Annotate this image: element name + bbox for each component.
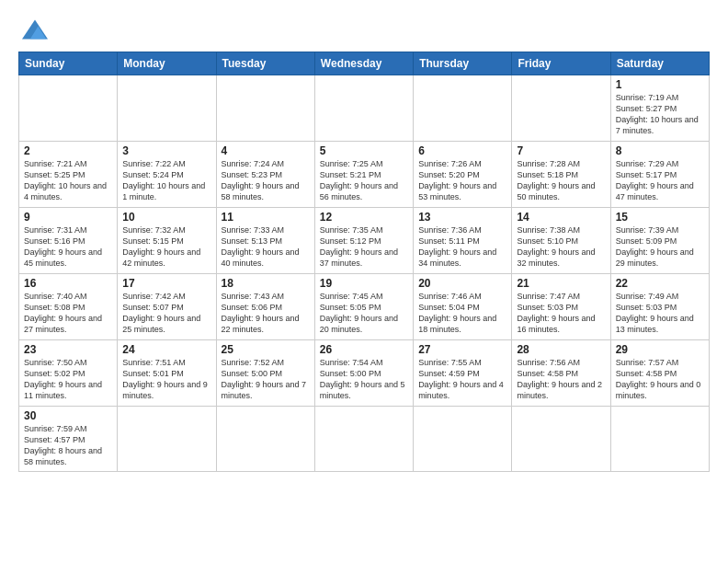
day-info: Sunrise: 7:57 AM Sunset: 4:58 PM Dayligh… — [616, 357, 704, 402]
day-info: Sunrise: 7:50 AM Sunset: 5:02 PM Dayligh… — [24, 357, 112, 402]
day-info: Sunrise: 7:55 AM Sunset: 4:59 PM Dayligh… — [418, 357, 506, 402]
calendar: SundayMondayTuesdayWednesdayThursdayFrid… — [18, 52, 710, 472]
calendar-cell: 8Sunrise: 7:29 AM Sunset: 5:17 PM Daylig… — [610, 142, 709, 208]
calendar-cell: 24Sunrise: 7:51 AM Sunset: 5:01 PM Dayli… — [118, 340, 216, 407]
calendar-cell: 26Sunrise: 7:54 AM Sunset: 5:00 PM Dayli… — [314, 340, 413, 407]
day-number: 27 — [418, 343, 506, 356]
calendar-cell — [610, 407, 709, 472]
calendar-cell: 19Sunrise: 7:45 AM Sunset: 5:05 PM Dayli… — [314, 274, 413, 340]
day-number: 30 — [24, 409, 112, 422]
weekday-header-friday: Friday — [512, 52, 610, 75]
week-row-3: 9Sunrise: 7:31 AM Sunset: 5:16 PM Daylig… — [19, 208, 710, 274]
day-info: Sunrise: 7:35 AM Sunset: 5:12 PM Dayligh… — [320, 224, 408, 270]
day-number: 3 — [122, 144, 210, 157]
week-row-2: 2Sunrise: 7:21 AM Sunset: 5:25 PM Daylig… — [19, 142, 710, 208]
day-number: 25 — [222, 343, 310, 356]
day-info: Sunrise: 7:38 AM Sunset: 5:10 PM Dayligh… — [517, 224, 605, 270]
day-info: Sunrise: 7:31 AM Sunset: 5:16 PM Dayligh… — [24, 224, 112, 270]
day-number: 17 — [122, 277, 210, 290]
day-info: Sunrise: 7:46 AM Sunset: 5:04 PM Dayligh… — [418, 291, 506, 336]
day-number: 8 — [616, 144, 704, 157]
day-info: Sunrise: 7:21 AM Sunset: 5:25 PM Dayligh… — [24, 158, 112, 203]
day-number: 10 — [122, 211, 210, 224]
day-number: 23 — [24, 343, 112, 356]
weekday-header-monday: Monday — [118, 52, 216, 75]
calendar-cell: 23Sunrise: 7:50 AM Sunset: 5:02 PM Dayli… — [19, 340, 118, 407]
calendar-cell — [512, 75, 610, 142]
header — [18, 17, 710, 42]
calendar-cell: 20Sunrise: 7:46 AM Sunset: 5:04 PM Dayli… — [414, 274, 512, 340]
calendar-cell: 10Sunrise: 7:32 AM Sunset: 5:15 PM Dayli… — [118, 208, 216, 274]
day-number: 20 — [418, 277, 506, 290]
calendar-cell — [414, 407, 512, 472]
calendar-cell: 4Sunrise: 7:24 AM Sunset: 5:23 PM Daylig… — [216, 142, 314, 208]
calendar-cell — [314, 75, 413, 142]
calendar-cell: 1Sunrise: 7:19 AM Sunset: 5:27 PM Daylig… — [610, 75, 709, 142]
calendar-cell — [118, 75, 216, 142]
day-number: 15 — [616, 211, 704, 224]
logo-icon — [18, 17, 51, 42]
day-info: Sunrise: 7:32 AM Sunset: 5:15 PM Dayligh… — [122, 224, 210, 270]
calendar-cell: 12Sunrise: 7:35 AM Sunset: 5:12 PM Dayli… — [314, 208, 413, 274]
day-number: 24 — [122, 343, 210, 356]
day-info: Sunrise: 7:43 AM Sunset: 5:06 PM Dayligh… — [222, 291, 310, 336]
calendar-cell — [216, 407, 314, 472]
day-info: Sunrise: 7:26 AM Sunset: 5:20 PM Dayligh… — [418, 158, 506, 203]
day-number: 2 — [24, 144, 112, 157]
calendar-cell — [216, 75, 314, 142]
day-info: Sunrise: 7:49 AM Sunset: 5:03 PM Dayligh… — [616, 291, 704, 336]
calendar-cell: 15Sunrise: 7:39 AM Sunset: 5:09 PM Dayli… — [610, 208, 709, 274]
calendar-cell — [118, 407, 216, 472]
calendar-cell: 29Sunrise: 7:57 AM Sunset: 4:58 PM Dayli… — [610, 340, 709, 407]
day-number: 16 — [24, 277, 112, 290]
day-info: Sunrise: 7:56 AM Sunset: 4:58 PM Dayligh… — [517, 357, 605, 402]
day-info: Sunrise: 7:22 AM Sunset: 5:24 PM Dayligh… — [122, 158, 210, 203]
day-number: 28 — [517, 343, 605, 356]
day-info: Sunrise: 7:52 AM Sunset: 5:00 PM Dayligh… — [222, 357, 310, 402]
calendar-cell: 25Sunrise: 7:52 AM Sunset: 5:00 PM Dayli… — [216, 340, 314, 407]
day-number: 18 — [222, 277, 310, 290]
day-number: 29 — [616, 343, 704, 356]
calendar-cell — [512, 407, 610, 472]
week-row-4: 16Sunrise: 7:40 AM Sunset: 5:08 PM Dayli… — [19, 274, 710, 340]
day-number: 7 — [517, 144, 605, 157]
calendar-cell: 13Sunrise: 7:36 AM Sunset: 5:11 PM Dayli… — [414, 208, 512, 274]
day-info: Sunrise: 7:24 AM Sunset: 5:23 PM Dayligh… — [222, 158, 310, 203]
logo — [18, 17, 55, 42]
day-number: 14 — [517, 211, 605, 224]
day-info: Sunrise: 7:54 AM Sunset: 5:00 PM Dayligh… — [320, 357, 408, 402]
calendar-cell: 6Sunrise: 7:26 AM Sunset: 5:20 PM Daylig… — [414, 142, 512, 208]
weekday-header-wednesday: Wednesday — [314, 52, 413, 75]
calendar-cell: 3Sunrise: 7:22 AM Sunset: 5:24 PM Daylig… — [118, 142, 216, 208]
weekday-header-sunday: Sunday — [19, 52, 118, 75]
day-number: 9 — [24, 211, 112, 224]
day-number: 13 — [418, 211, 506, 224]
day-info: Sunrise: 7:19 AM Sunset: 5:27 PM Dayligh… — [616, 92, 704, 137]
day-number: 1 — [616, 78, 704, 91]
day-info: Sunrise: 7:59 AM Sunset: 4:57 PM Dayligh… — [24, 423, 112, 468]
weekday-header-tuesday: Tuesday — [216, 52, 314, 75]
day-info: Sunrise: 7:40 AM Sunset: 5:08 PM Dayligh… — [24, 291, 112, 336]
calendar-cell: 16Sunrise: 7:40 AM Sunset: 5:08 PM Dayli… — [19, 274, 118, 340]
day-info: Sunrise: 7:42 AM Sunset: 5:07 PM Dayligh… — [122, 291, 210, 336]
page: SundayMondayTuesdayWednesdayThursdayFrid… — [0, 0, 728, 483]
day-number: 4 — [222, 144, 310, 157]
calendar-cell: 11Sunrise: 7:33 AM Sunset: 5:13 PM Dayli… — [216, 208, 314, 274]
day-number: 21 — [517, 277, 605, 290]
calendar-cell: 27Sunrise: 7:55 AM Sunset: 4:59 PM Dayli… — [414, 340, 512, 407]
calendar-cell: 7Sunrise: 7:28 AM Sunset: 5:18 PM Daylig… — [512, 142, 610, 208]
day-info: Sunrise: 7:47 AM Sunset: 5:03 PM Dayligh… — [517, 291, 605, 336]
calendar-cell: 5Sunrise: 7:25 AM Sunset: 5:21 PM Daylig… — [314, 142, 413, 208]
calendar-cell: 22Sunrise: 7:49 AM Sunset: 5:03 PM Dayli… — [610, 274, 709, 340]
calendar-cell: 9Sunrise: 7:31 AM Sunset: 5:16 PM Daylig… — [19, 208, 118, 274]
calendar-cell: 14Sunrise: 7:38 AM Sunset: 5:10 PM Dayli… — [512, 208, 610, 274]
day-info: Sunrise: 7:51 AM Sunset: 5:01 PM Dayligh… — [122, 357, 210, 402]
week-row-6: 30Sunrise: 7:59 AM Sunset: 4:57 PM Dayli… — [19, 407, 710, 472]
day-number: 12 — [320, 211, 408, 224]
calendar-cell: 17Sunrise: 7:42 AM Sunset: 5:07 PM Dayli… — [118, 274, 216, 340]
day-number: 11 — [222, 211, 310, 224]
week-row-5: 23Sunrise: 7:50 AM Sunset: 5:02 PM Dayli… — [19, 340, 710, 407]
day-info: Sunrise: 7:39 AM Sunset: 5:09 PM Dayligh… — [616, 224, 704, 270]
weekday-header-row: SundayMondayTuesdayWednesdayThursdayFrid… — [19, 52, 710, 75]
calendar-cell: 21Sunrise: 7:47 AM Sunset: 5:03 PM Dayli… — [512, 274, 610, 340]
